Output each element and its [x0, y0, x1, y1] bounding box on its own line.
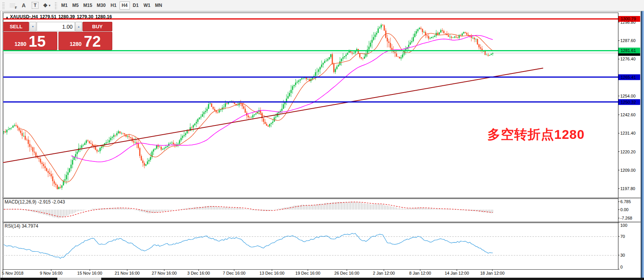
window-left-border: [0, 11, 0, 280]
sell-price-button[interactable]: 1280 15: [3, 32, 57, 50]
timeframe-w1[interactable]: W1: [142, 2, 152, 10]
date-axis-label: 5 Nov 2018: [2, 271, 23, 275]
timeframe-m1[interactable]: M1: [59, 2, 70, 10]
volume-decrease-button[interactable]: ▼: [29, 22, 36, 31]
svg-text:0: 0: [620, 265, 623, 269]
svg-text:1197.80: 1197.80: [620, 186, 635, 191]
svg-text:-7.268: -7.268: [620, 216, 632, 220]
timeframe-m15[interactable]: M15: [81, 2, 94, 10]
timeframe-m30[interactable]: M30: [95, 2, 107, 10]
date-axis-label: 18 Jan 12:00: [480, 271, 505, 275]
svg-text:1276.40: 1276.40: [620, 57, 636, 61]
svg-text:0.00: 0.00: [620, 207, 628, 212]
svg-text:1242.60: 1242.60: [620, 112, 636, 117]
date-axis-label: 15 Nov 16:00: [77, 271, 102, 275]
date-axis-label: 21 Nov 16:00: [115, 271, 139, 275]
date-axis-label: 26 Dec 16:00: [334, 271, 359, 275]
svg-text:1281.61: 1281.61: [621, 48, 636, 53]
sell-price-main: 1280: [15, 41, 26, 47]
script-f-icon[interactable]: F: [8, 1, 17, 10]
ohlc-low: 1279.30: [77, 14, 93, 20]
chart-ohlc-header: ▲XAUUSD-,H41279.511280.391279.301280.16: [5, 14, 114, 20]
toolbar: FAT❖▾ M1M5M15M30H1H4D1W1MN: [0, 0, 644, 11]
horizontal-scrollbar[interactable]: [0, 278, 644, 280]
timeframe-h1[interactable]: H1: [108, 2, 119, 10]
text-label-icon[interactable]: T: [31, 1, 40, 10]
chart-text-annotation: 多空转折点1280: [487, 126, 585, 143]
symbol-period-label: XAUUSD-,H4: [10, 14, 38, 20]
timeframe-toolbar: M1M5M15M30H1H4D1W1MN: [59, 2, 164, 10]
svg-text:1300.79: 1300.79: [621, 16, 636, 21]
arrow-tools-icon[interactable]: ❖▾: [42, 1, 51, 10]
date-axis-label: 2 Jan 12:00: [373, 271, 395, 275]
buy-button[interactable]: BUY: [83, 22, 112, 31]
drawing-tools-group: FAT❖▾: [6, 1, 52, 10]
ohlc-close: 1280.16: [95, 14, 112, 20]
date-axis-label: 27 Nov 16:00: [152, 271, 176, 275]
buy-price-pips: 72: [84, 33, 101, 50]
toolbar-drag-grip[interactable]: [2, 2, 5, 9]
insert-text-icon[interactable]: A: [19, 1, 28, 10]
macd-panel: [3, 199, 618, 221]
timeframe-d1[interactable]: D1: [131, 2, 141, 10]
one-click-trading-panel: SELL ▼ ▲ BUY 1280 15 1280 72: [3, 22, 112, 50]
timeframe-m5[interactable]: M5: [70, 2, 81, 10]
date-axis-label: 3 Dec 16:00: [187, 271, 210, 275]
sell-button[interactable]: SELL: [3, 22, 29, 31]
svg-text:1231.40: 1231.40: [620, 131, 636, 135]
macd-indicator-label: MACD(12,26,9) -2.915 -2.043: [5, 199, 65, 205]
svg-text:1287.60: 1287.60: [620, 38, 636, 43]
ohlc-high: 1280.39: [58, 14, 75, 20]
date-axis-label: 14 Jan 12:00: [445, 271, 469, 275]
svg-text:100: 100: [620, 223, 627, 228]
svg-text:1265.41: 1265.41: [621, 75, 636, 80]
chevron-down-icon: ▼: [32, 25, 34, 28]
rsi-panel: [3, 223, 618, 269]
symbol-marker-icon: ▲: [5, 15, 9, 19]
svg-text:30: 30: [620, 253, 625, 257]
date-axis-label: 7 Dec 16:00: [223, 271, 245, 275]
timeframe-h4[interactable]: H4: [120, 2, 130, 10]
ohlc-open: 1279.51: [40, 14, 56, 20]
volume-input[interactable]: [37, 22, 75, 31]
window-edge-strip: [641, 0, 644, 280]
buy-price-main: 1280: [70, 41, 81, 47]
timeframe-mn[interactable]: MN: [153, 2, 164, 10]
volume-increase-button[interactable]: ▲: [75, 22, 82, 31]
svg-text:70: 70: [620, 234, 625, 239]
svg-text:1220.20: 1220.20: [620, 150, 636, 154]
chevron-down-icon: ▾: [49, 4, 50, 7]
toolbar-drag-grip-2[interactable]: [54, 2, 57, 9]
sell-price-pips: 15: [29, 33, 46, 50]
date-axis-label: 9 Nov 16:00: [40, 271, 62, 275]
date-axis-label: 13 Dec 16:00: [259, 271, 284, 275]
svg-text:1254.00: 1254.00: [620, 94, 636, 98]
date-axis-label: 19 Dec 16:00: [295, 271, 320, 275]
date-axis-label: 8 Jan 12:00: [409, 271, 431, 275]
svg-text:6.785: 6.785: [620, 199, 631, 204]
buy-price-button[interactable]: 1280 72: [58, 32, 113, 50]
rsi-indicator-label: RSI(14) 34.7974: [5, 223, 38, 229]
svg-text:1209.00: 1209.00: [620, 168, 636, 173]
svg-text:1250.32: 1250.32: [621, 100, 636, 104]
scrollbar-thumb[interactable]: [57, 278, 101, 280]
chevron-up-icon: ▲: [78, 25, 80, 28]
